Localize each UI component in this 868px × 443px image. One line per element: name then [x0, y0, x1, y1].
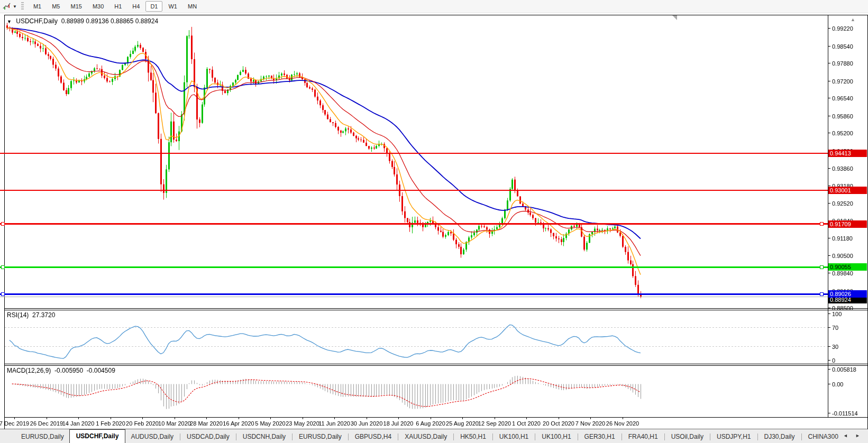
tab-separator: [757, 433, 758, 440]
price-tag-0.91709: 0.91709: [828, 220, 867, 228]
panel-border: [4, 417, 867, 418]
date-axis-label: 26 Nov 2020: [606, 420, 639, 427]
panel-border: [4, 364, 867, 364]
tab-separator: [710, 433, 710, 440]
tab-separator: [236, 433, 236, 440]
timeframe-button-mn[interactable]: MN: [183, 1, 202, 12]
rsi-axis-tick-label: 100: [832, 311, 842, 317]
date-axis-tick-mark: [462, 418, 463, 419]
price-axis-tick-label: 0.95860: [832, 113, 853, 119]
tab-scroll-right-icon[interactable]: ►: [855, 433, 860, 438]
price-axis-tick-label: 0.92520: [832, 200, 853, 207]
macd-axis-tick-label: 0.00: [832, 381, 843, 387]
date-axis-tick-mark: [14, 418, 15, 419]
price-axis-tick-label: 0.98540: [832, 43, 853, 50]
date-axis-label: 20 Oct 2020: [543, 420, 574, 427]
timeframe-buttons: M1M5M15M30H1H4D1W1MN: [28, 0, 202, 13]
price-tag-0.93001: 0.93001: [828, 187, 867, 194]
line-handle[interactable]: [1, 265, 5, 269]
rsi-panel-canvas[interactable]: [5, 310, 828, 364]
price-axis-tick-mark: [828, 186, 830, 186]
horizontal-level-line[interactable]: [0, 153, 828, 154]
tab-separator: [492, 433, 493, 440]
date-axis-tick-mark: [559, 418, 559, 419]
chart-symbol-period: USDCHF,Daily: [16, 17, 58, 25]
chart-tab-ger30-h1[interactable]: GER30,H1: [579, 430, 620, 443]
price-axis-tick-label: 0.90500: [832, 253, 853, 259]
tab-separator: [292, 433, 293, 440]
price-axis-tick-label: 0.95200: [832, 130, 853, 136]
chart-tab-hk50-h1[interactable]: HK50,H1: [455, 430, 491, 443]
chart-tab-audusd-daily[interactable]: AUDUSD,Daily: [125, 430, 179, 443]
rsi-axis-tick-label: 70: [832, 325, 838, 331]
macd-axis-tick-label: 0.005818: [832, 366, 856, 373]
timeframe-button-w1[interactable]: W1: [163, 1, 182, 12]
line-handle[interactable]: [820, 292, 824, 296]
line-handle[interactable]: [1, 292, 5, 296]
tab-scroll-left-icon[interactable]: ◄: [843, 433, 848, 438]
horizontal-level-line[interactable]: [0, 223, 828, 225]
tab-separator: [664, 433, 665, 440]
date-axis-tick-mark: [367, 418, 367, 419]
timeframe-button-m1[interactable]: M1: [29, 1, 46, 12]
rsi-axis-tick-label: 30: [832, 344, 838, 350]
timeframe-button-h4[interactable]: H4: [127, 1, 144, 12]
line-handle[interactable]: [820, 222, 824, 226]
chart-tab-china300-h1[interactable]: CHINA300,H1: [803, 430, 838, 443]
price-axis-tick-label: 0.97200: [832, 78, 853, 85]
chart-tab-eurusd-daily[interactable]: EURUSD,Daily: [294, 430, 347, 443]
timeframe-button-m5[interactable]: M5: [47, 1, 65, 12]
horizontal-level-line[interactable]: [0, 266, 828, 268]
date-axis-label: 12 Sep 2020: [478, 420, 511, 427]
macd-panel-canvas[interactable]: [5, 365, 828, 417]
date-axis-label: 5 May 2020: [255, 420, 285, 427]
chart-tab-uk100-h1[interactable]: UK100,H1: [494, 430, 534, 443]
price-axis-tick-mark: [828, 255, 830, 256]
date-axis-tick-mark: [175, 418, 175, 419]
chart-tab-usoil-daily[interactable]: USOil,Daily: [666, 430, 709, 443]
timeframe-button-m30[interactable]: M30: [88, 1, 108, 12]
chart-shift-marker-icon[interactable]: [672, 15, 677, 20]
chart-tab-usdchf-daily[interactable]: USDCHF,Daily: [69, 429, 126, 443]
chart-tab-eurusd-daily[interactable]: EURUSD,Daily: [16, 430, 69, 443]
toolbar-dropdown-caret-icon[interactable]: ▼: [13, 4, 17, 9]
chart-tab-gbpusd-h4[interactable]: GBPUSD,H4: [350, 430, 397, 443]
date-axis-tick-mark: [47, 418, 47, 419]
panel-border: [4, 15, 867, 15]
line-handle[interactable]: [820, 265, 824, 269]
main-chart-canvas[interactable]: [5, 15, 828, 308]
timeframe-button-h1[interactable]: H1: [109, 1, 126, 12]
chart-tab-usdcnh-daily[interactable]: USDCNH,Daily: [237, 430, 291, 443]
date-axis-tick-mark: [239, 418, 239, 419]
chart-type-icon[interactable]: [2, 2, 12, 11]
date-axis-label: 18 Jul 2020: [383, 420, 414, 427]
line-handle[interactable]: [1, 222, 5, 226]
price-axis-tick-mark: [828, 238, 830, 238]
chart-tab-usdcad-daily[interactable]: USDCAD,Daily: [181, 430, 235, 443]
tab-separator: [348, 433, 349, 440]
price-tag-0.90055: 0.90055: [828, 263, 867, 271]
price-axis-tick-mark: [828, 98, 830, 98]
chart-tab-uk100-h1[interactable]: UK100,H1: [536, 430, 576, 443]
date-axis-label: 11 Jun 2020: [318, 420, 350, 427]
current-price-line[interactable]: [0, 297, 828, 297]
chart-tab-dj30-daily[interactable]: DJ30,Daily: [759, 430, 800, 443]
date-axis-tick-mark: [270, 418, 271, 419]
chart-tab-bar: EURUSD,DailyUSDCHF,DailyAUDUSD,DailyUSDC…: [0, 429, 868, 443]
timeframe-button-d1[interactable]: D1: [145, 1, 162, 12]
tab-separator: [453, 433, 454, 440]
toolbar-grip[interactable]: [21, 2, 24, 11]
macd-axis-tick-mark: [828, 413, 830, 413]
date-axis-tick-mark: [495, 418, 495, 419]
tab-separator: [801, 433, 802, 440]
chart-tab-usdjpy-h1[interactable]: USDJPY,H1: [711, 430, 756, 443]
date-axis-label: 6 Aug 2020: [416, 420, 445, 427]
date-axis-tick-mark: [526, 418, 527, 419]
date-axis-label: 25 Aug 2020: [446, 420, 479, 427]
timeframe-button-m15[interactable]: M15: [66, 1, 86, 12]
horizontal-level-line[interactable]: [0, 190, 828, 191]
chart-tab-xauusd-daily[interactable]: XAUUSD,Daily: [399, 430, 452, 443]
chart-tab-fra40-h1[interactable]: FRA40,H1: [623, 430, 663, 443]
horizontal-level-line[interactable]: [0, 293, 828, 295]
chart-collapse-caret-icon[interactable]: ▼: [7, 19, 12, 24]
